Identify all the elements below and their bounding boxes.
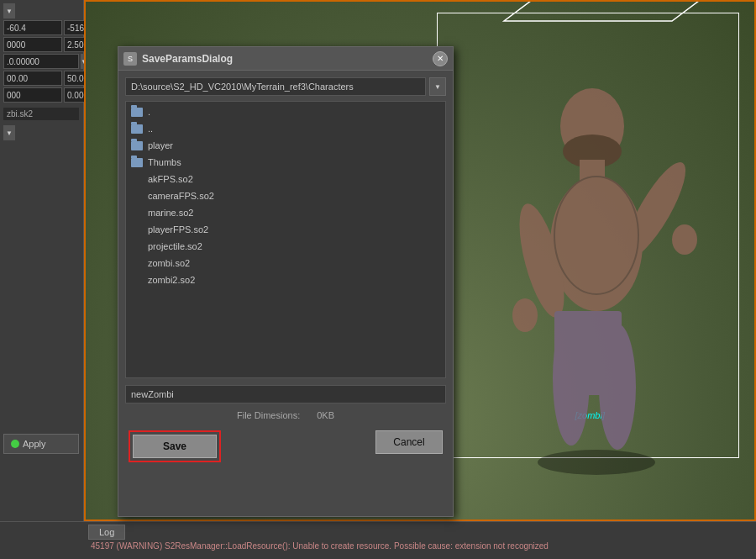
folder-item-thumbs[interactable]: Thumbs xyxy=(128,154,444,171)
folder-icon-player xyxy=(131,141,143,150)
folder-item-dotdot[interactable]: .. xyxy=(128,120,444,137)
file-name-playerfps: playerFPS.so2 xyxy=(148,224,208,235)
path-bar: ▼ xyxy=(125,77,446,96)
left-panel-top-row: ▼ xyxy=(3,3,80,18)
field-input-1[interactable] xyxy=(3,20,62,35)
bottom-bar: Log 45197 (WARNING) S2ResManager::LoadRe… xyxy=(0,521,756,559)
dialog-close-button[interactable]: ✕ xyxy=(433,51,448,66)
field-row-4 xyxy=(3,71,80,86)
file-item-zombi[interactable]: zombi.so2 xyxy=(128,255,444,272)
folder-item-player[interactable]: player xyxy=(128,137,444,154)
path-dropdown-arrow[interactable]: ▼ xyxy=(429,77,446,96)
svg-point-11 xyxy=(512,298,538,332)
field-row-2 xyxy=(3,37,80,52)
file-dimensions: File Dimesions: 0KB xyxy=(125,410,446,420)
folder-name-dotdot: .. xyxy=(148,124,153,134)
dialog-icon-symbol: S xyxy=(128,55,133,63)
filename-input[interactable] xyxy=(125,385,446,403)
filename-display: zbi.sk2 xyxy=(3,108,80,122)
svg-rect-10 xyxy=(554,311,622,395)
field-input-6[interactable] xyxy=(3,71,62,86)
file-name-marine: marine.so2 xyxy=(148,208,193,218)
folder-icon-thumbs xyxy=(131,158,143,167)
apply-button[interactable]: Apply xyxy=(3,434,79,454)
folder-name-player: player xyxy=(148,140,173,150)
file-item-zombi2[interactable]: zombi2.so2 xyxy=(128,272,444,288)
svg-point-13 xyxy=(538,450,655,475)
file-item-camerafps[interactable]: cameraFPS.so2 xyxy=(128,187,444,204)
file-size-value: 0KB xyxy=(317,410,334,420)
left-panel: ▼ ▼ zbi.sk2 ▼ Apply xyxy=(0,0,84,521)
apply-area: Apply xyxy=(3,430,79,454)
field-input-5[interactable] xyxy=(3,54,79,69)
folder-icon-dot xyxy=(131,108,143,117)
file-dims-label: File Dimesions: xyxy=(237,410,300,420)
field-row-5 xyxy=(3,87,80,103)
file-list[interactable]: . .. player Thumbs akFPS.so2 camera xyxy=(125,101,446,378)
apply-label: Apply xyxy=(23,439,46,449)
field-input-3[interactable] xyxy=(3,37,62,52)
scroll-down-arrow[interactable]: ▼ xyxy=(3,3,15,18)
dialog-title: SaveParamsDialog xyxy=(142,53,428,65)
dialog-titlebar: S SaveParamsDialog ✕ xyxy=(118,47,453,71)
save-button[interactable]: Save xyxy=(133,435,217,458)
lp-filename-label: zbi.sk2 xyxy=(3,108,79,120)
folder-icon-dotdot xyxy=(131,124,143,134)
folder-name-dot: . xyxy=(148,107,150,117)
path-input[interactable] xyxy=(125,77,426,96)
file-item-akfps[interactable]: akFPS.so2 xyxy=(128,171,444,187)
folder-item-dot[interactable]: . xyxy=(128,103,444,120)
field-row-3: ▼ xyxy=(3,54,80,69)
file-name-camerafps: cameraFPS.so2 xyxy=(148,191,214,201)
apply-dot-icon xyxy=(11,440,19,448)
field-row-1 xyxy=(3,20,80,35)
panel-scroll-arrow2[interactable]: ▼ xyxy=(3,125,15,140)
log-tab[interactable]: Log xyxy=(88,525,125,540)
field-input-8[interactable] xyxy=(3,87,62,103)
cancel-button[interactable]: Cancel xyxy=(375,430,443,454)
file-name-zombi: zombi.so2 xyxy=(148,258,190,268)
dialog-icon: S xyxy=(123,52,137,66)
save-btn-wrapper: Save xyxy=(129,430,221,462)
save-params-dialog: S SaveParamsDialog ✕ ▼ . .. pla xyxy=(118,46,454,517)
dialog-body: ▼ . .. player Thumbs xyxy=(118,71,453,469)
file-name-projectile: projectile.so2 xyxy=(148,241,202,251)
zombie-figure xyxy=(470,17,706,504)
file-name-akfps: akFPS.so2 xyxy=(148,174,193,184)
buttons-row: Save Cancel xyxy=(125,430,446,462)
folder-name-thumbs: Thumbs xyxy=(148,157,181,167)
file-item-playerfps[interactable]: playerFPS.so2 xyxy=(128,221,444,238)
filename-row xyxy=(125,385,446,403)
file-item-marine[interactable]: marine.so2 xyxy=(128,204,444,221)
log-message: 45197 (WARNING) S2ResManager::LoadResour… xyxy=(84,540,756,552)
file-name-zombi2: zombi2.so2 xyxy=(148,275,195,285)
svg-point-12 xyxy=(672,224,697,255)
file-item-projectile[interactable]: projectile.so2 xyxy=(128,238,444,255)
